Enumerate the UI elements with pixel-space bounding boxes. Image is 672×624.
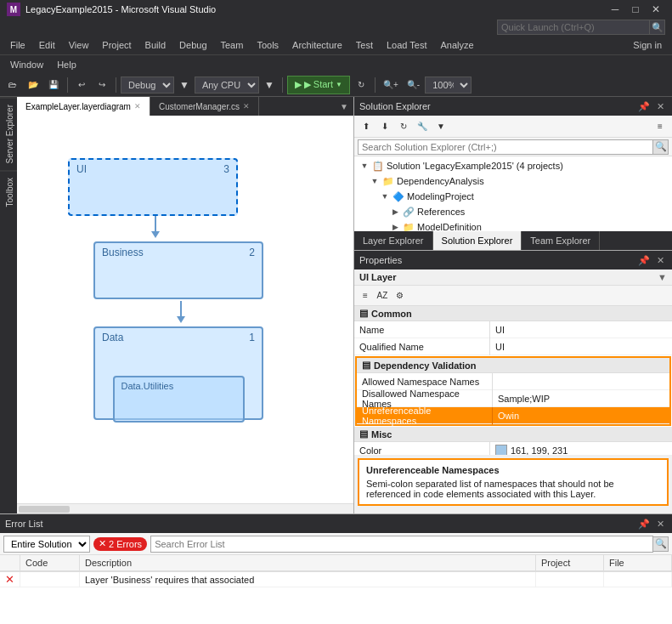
sol-tb-btn-4[interactable]: 🔧: [414, 118, 431, 135]
toolbar-separator-4: [375, 77, 376, 93]
data-layer-box[interactable]: Data 1 Data.Utilities: [93, 326, 263, 420]
close-button[interactable]: ✕: [647, 0, 665, 19]
error-col-desc[interactable]: Description: [80, 555, 536, 570]
tab-layerdiagram-close[interactable]: ✕: [134, 102, 141, 111]
undo-button[interactable]: ↩: [72, 76, 91, 94]
zoom-in-button[interactable]: 🔍+: [380, 76, 402, 94]
sol-tb-btn-3[interactable]: ↻: [395, 118, 412, 135]
tree-toggle-modeling[interactable]: ▼: [378, 190, 392, 203]
prop-disallowed-ns-value[interactable]: Sample;WIP: [493, 390, 669, 407]
zoom-out-button[interactable]: 🔍-: [404, 76, 423, 94]
prop-color-value[interactable]: 161, 199, 231: [490, 442, 672, 456]
tree-toggle-dep[interactable]: ▼: [368, 174, 381, 188]
menu-team[interactable]: Team: [214, 36, 251, 54]
error-col-icon[interactable]: [0, 555, 20, 570]
solution-search-input[interactable]: [358, 139, 653, 155]
menu-test[interactable]: Test: [349, 36, 380, 54]
properties-close-btn[interactable]: ✕: [654, 255, 667, 266]
error-row-0[interactable]: ✕ Layer 'Business' requires that associa…: [0, 572, 672, 587]
menu-window[interactable]: Window: [3, 55, 50, 74]
ui-layer-box[interactable]: UI 3: [68, 158, 238, 216]
error-list-pin-btn[interactable]: 📌: [635, 519, 652, 530]
menu-view[interactable]: View: [62, 36, 96, 54]
tree-references[interactable]: ▶ 🔗 References: [354, 204, 672, 219]
sol-tb-btn-6[interactable]: ≡: [652, 118, 669, 135]
sol-tb-btn-2[interactable]: ⬇: [376, 118, 393, 135]
properties-object-name: UI Layer: [359, 272, 396, 282]
prop-section-misc-expand[interactable]: ▤: [359, 428, 368, 440]
solution-search-icon[interactable]: 🔍: [653, 139, 669, 155]
tree-model-def[interactable]: ▶ 📁 ModelDefinition: [354, 219, 672, 231]
error-col-code[interactable]: Code: [20, 555, 80, 570]
tab-customermanager[interactable]: CustomerManager.cs ✕: [150, 97, 259, 116]
error-col-file[interactable]: File: [604, 555, 672, 570]
tree-solution[interactable]: ▼ 📋 Solution 'LegacyExample2015' (4 proj…: [354, 158, 672, 173]
error-filter-dropdown[interactable]: Entire Solution: [3, 536, 90, 553]
tab-team-explorer[interactable]: Team Explorer: [522, 231, 600, 250]
menu-debug[interactable]: Debug: [172, 36, 213, 54]
start-button[interactable]: ▶ ▶ Start ▼: [287, 76, 350, 94]
prop-sort-alpha-btn[interactable]: AZ: [375, 288, 390, 303]
sol-tb-btn-5[interactable]: ▼: [432, 118, 449, 135]
tree-toggle-modeldef[interactable]: ▶: [388, 220, 402, 231]
platform-dropdown[interactable]: Any CPU: [195, 77, 259, 94]
tab-solution-explorer[interactable]: Solution Explorer: [433, 231, 522, 250]
prop-unreferenceable-ns-row[interactable]: Unreferenceable Namespaces Owin: [357, 407, 669, 424]
properties-pin-btn[interactable]: 📌: [635, 255, 652, 266]
quick-launch-input[interactable]: [497, 20, 650, 35]
sol-tb-btn-1[interactable]: ⬆: [358, 118, 375, 135]
quick-launch-search-icon[interactable]: 🔍: [650, 20, 665, 35]
error-list-close-btn[interactable]: ✕: [654, 519, 667, 530]
menu-sign-in[interactable]: Sign in: [626, 36, 669, 54]
tree-dependency-analysis[interactable]: ▼ 📁 DependencyAnalysis: [354, 173, 672, 189]
menu-build[interactable]: Build: [138, 36, 172, 54]
prop-allowed-ns-value[interactable]: [493, 373, 669, 390]
zoom-dropdown[interactable]: 100%: [425, 77, 472, 94]
tab-layer-explorer[interactable]: Layer Explorer: [354, 231, 433, 250]
server-explorer-tab[interactable]: Server Explorer: [0, 97, 17, 170]
menu-analyze[interactable]: Analyze: [434, 36, 481, 54]
prop-section-common-expand[interactable]: ▤: [359, 308, 368, 319]
redo-button[interactable]: ↪: [93, 76, 111, 94]
tree-toggle-solution[interactable]: ▼: [358, 159, 371, 173]
color-swatch[interactable]: [495, 445, 507, 456]
sol-explorer-pin-btn[interactable]: 📌: [635, 101, 652, 112]
data-utilities-layer-box[interactable]: Data.Utilities: [113, 376, 245, 423]
prop-name-value[interactable]: UI: [490, 321, 672, 338]
scroll-thumb[interactable]: [19, 506, 70, 513]
business-layer-box[interactable]: Business 2: [93, 241, 263, 299]
tab-nav-icon[interactable]: ▼: [335, 97, 353, 116]
prop-unreferenceable-ns-value[interactable]: Owin: [493, 407, 669, 424]
toolbox-tab[interactable]: Toolbox: [0, 170, 17, 213]
tree-modeling-project[interactable]: ▼ 🔷 ModelingProject: [354, 189, 672, 204]
tab-customermanager-label: CustomerManager.cs: [159, 102, 240, 111]
restart-button[interactable]: ↻: [352, 76, 370, 94]
title-bar-controls: ─ □ ✕: [606, 0, 665, 19]
new-project-button[interactable]: 🗁: [3, 76, 22, 94]
minimize-button[interactable]: ─: [606, 0, 624, 19]
maximize-button[interactable]: □: [626, 0, 645, 19]
menu-edit[interactable]: Edit: [32, 36, 62, 54]
diagram-canvas[interactable]: UI 3 Business 2 Data 1: [17, 116, 353, 503]
menu-project[interactable]: Project: [95, 36, 138, 54]
tab-customermanager-close[interactable]: ✕: [243, 102, 250, 111]
prop-settings-btn[interactable]: ⚙: [392, 288, 407, 303]
menu-file[interactable]: File: [3, 36, 32, 54]
tab-layerdiagram[interactable]: ExampleLayer.layerdiagram ✕: [17, 97, 150, 116]
menu-architecture[interactable]: Architecture: [285, 36, 349, 54]
menu-tools[interactable]: Tools: [250, 36, 285, 54]
menu-load-test[interactable]: Load Test: [380, 36, 434, 54]
error-search-input[interactable]: [150, 536, 653, 553]
prop-sort-cat-btn[interactable]: ≡: [358, 288, 373, 303]
references-label: References: [417, 207, 465, 217]
debug-config-dropdown[interactable]: Debug: [121, 77, 174, 94]
save-button[interactable]: 💾: [44, 76, 63, 94]
error-search-icon[interactable]: 🔍: [653, 536, 669, 552]
prop-section-dep-expand[interactable]: ▤: [362, 360, 370, 371]
menu-help[interactable]: Help: [50, 55, 83, 74]
open-button[interactable]: 📂: [24, 76, 42, 94]
sol-explorer-close-btn[interactable]: ✕: [654, 101, 667, 112]
error-col-project[interactable]: Project: [536, 555, 604, 570]
tree-toggle-refs[interactable]: ▶: [388, 205, 402, 218]
diagram-scrollbar[interactable]: [17, 503, 353, 513]
